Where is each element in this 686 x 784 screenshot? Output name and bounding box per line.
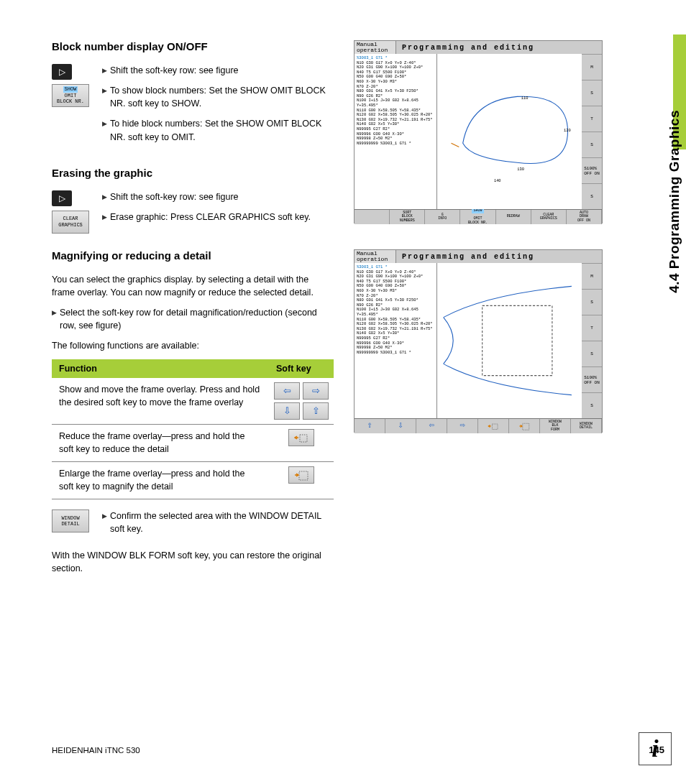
heading-block-number: Block number display ON/OFF	[52, 40, 334, 52]
arrow-up-key: ⇧	[303, 402, 329, 420]
screen-title: Programming and editing	[396, 250, 602, 263]
softkey-window-detail: WINDOW DETAIL	[52, 509, 89, 532]
softkey-clear-graphics: CLEAR GRAPHICS	[52, 211, 89, 234]
arrow-right-key: ⇨	[303, 382, 329, 400]
graphics-canvas: 110 120 130 140	[437, 54, 582, 209]
section-tab: 4.4 Programming Graphics	[663, 34, 686, 293]
svg-rect-1	[299, 471, 308, 480]
text-restore: With the WINDOW BLK FORM soft key, you c…	[52, 549, 334, 575]
reduce-key	[288, 429, 314, 446]
screen-title: Programming and editing	[396, 41, 602, 54]
shift-row-icon: ▷	[52, 64, 72, 80]
enlarge-key	[288, 466, 314, 484]
mode-label: Manual operation	[355, 250, 396, 263]
svg-rect-0	[300, 435, 307, 442]
shift-row-icon: ▷	[52, 190, 72, 206]
heading-erasing: Erasing the graphic	[52, 167, 334, 179]
text-select-row: Select the soft-key row for detail magni…	[60, 306, 334, 332]
text-confirm: Confirm the selected area with the WINDO…	[110, 509, 334, 535]
svg-rect-7	[493, 424, 498, 430]
info-icon: i	[639, 732, 672, 765]
svg-rect-6	[483, 305, 552, 375]
text-hide-numbers: To hide block numbers: Set the SHOW OMIT…	[110, 117, 334, 143]
text-magnify-intro: You can select the graphics display. by …	[52, 273, 334, 299]
svg-rect-8	[523, 423, 529, 430]
mode-label: Manual operation	[355, 41, 396, 54]
svg-text:130: 130	[517, 167, 524, 172]
heading-magnify: Magnifying or reducing a detail	[52, 249, 334, 262]
softkey-show-omit: SHOW OMIT BLOCK NR.	[52, 84, 89, 107]
screenshot-2: Manual operation Programming and editing…	[354, 249, 603, 433]
page-footer: HEIDENHAIN iTNC 530 145	[52, 744, 664, 755]
nc-code-listing: %3003_1 G71 *N10 G30 G17 X+0 Y+0 Z-40*N2…	[355, 263, 437, 418]
arrow-down-key: ⇩	[274, 402, 300, 420]
function-table: Function Soft key Show and move the fram…	[52, 359, 334, 499]
text-show-numbers: To show block numbers: Set the SHOW OMIT…	[110, 84, 334, 110]
table-row: Reduce the frame overlay—press and hold …	[52, 425, 269, 462]
text-shift-row: Shift the soft-key row: see figure	[110, 64, 239, 77]
graphics-canvas-zoom	[437, 263, 582, 418]
nc-code-listing: %3003_1 G71 *N10 G30 G17 X+0 Y+0 Z-40*N2…	[355, 54, 437, 209]
arrow-left-key: ⇦	[274, 382, 300, 400]
text-shift-row-2: Shift the soft-key row: see figure	[110, 190, 239, 203]
text-available: The following functions are available:	[52, 339, 334, 352]
svg-text:120: 120	[564, 129, 571, 133]
svg-text:110: 110	[521, 96, 529, 101]
text-erase: Erase graphic: Press CLEAR GRAPHICS soft…	[110, 211, 311, 223]
screenshot-1: Manual operation Programming and editing…	[354, 40, 603, 223]
table-row: Show and move the frame overlay. Press a…	[52, 378, 269, 425]
footer-product: HEIDENHAIN iTNC 530	[52, 746, 140, 755]
svg-text:140: 140	[494, 179, 501, 183]
table-row: Enlarge the frame overlay—press and hold…	[52, 462, 269, 499]
